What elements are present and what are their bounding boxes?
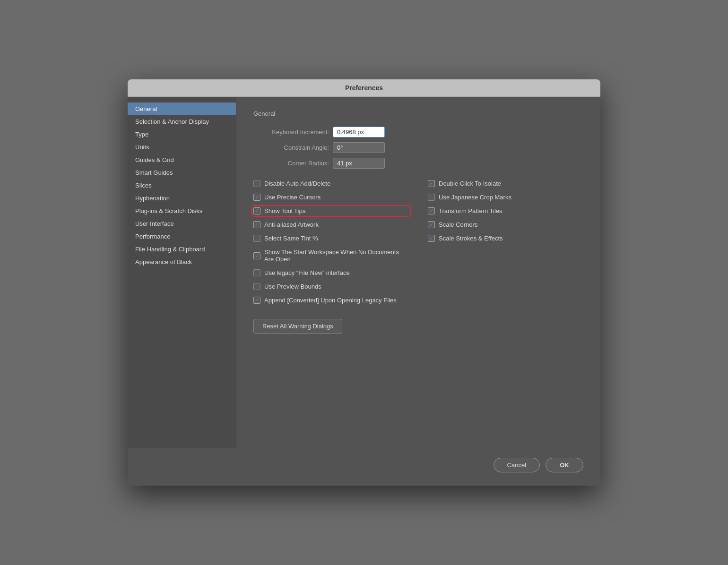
section-title: General	[253, 110, 583, 117]
field-label: Keyboard Increment:	[253, 128, 329, 136]
checkboxes-left: Disable Auto Add/DeleteUse Precise Curso…	[253, 180, 409, 304]
checkbox-row[interactable]: Double Click To Isolate	[428, 180, 583, 187]
dialog-body: GeneralSelection & Anchor DisplayTypeUni…	[128, 97, 600, 448]
sidebar-item-type[interactable]: Type	[128, 128, 236, 141]
checkbox[interactable]	[253, 221, 260, 228]
checkbox-row[interactable]: Show Tool Tips	[253, 207, 409, 214]
checkbox-row[interactable]: Use Precise Cursors	[253, 194, 409, 201]
sidebar-item-selection-anchor-display[interactable]: Selection & Anchor Display	[128, 115, 236, 128]
checkbox-label: Scale Corners	[439, 221, 477, 228]
checkbox-label: Double Click To Isolate	[439, 180, 501, 187]
field-row: Corner Radius:	[253, 158, 583, 169]
preferences-dialog: Preferences GeneralSelection & Anchor Di…	[128, 79, 600, 486]
field-row: Keyboard Increment:	[253, 127, 583, 137]
sidebar-item-smart-guides[interactable]: Smart Guides	[128, 166, 236, 179]
checkbox-row[interactable]: Transform Pattern Tiles	[428, 207, 583, 214]
sidebar-item-plug-ins-scratch-disks[interactable]: Plug-ins & Scratch Disks	[128, 205, 236, 217]
checkbox-row[interactable]: Scale Strokes & Effects	[428, 235, 583, 242]
checkbox-row[interactable]: Use Preview Bounds	[253, 283, 409, 290]
reset-all-warning-dialogs-button[interactable]: Reset All Warning Dialogs	[253, 319, 342, 334]
sidebar-item-general[interactable]: General	[128, 103, 236, 115]
field-input[interactable]	[333, 142, 385, 153]
fields-group: Keyboard Increment:Constrain Angle:Corne…	[253, 127, 583, 169]
checkbox-label: Use Precise Cursors	[264, 194, 321, 201]
checkbox[interactable]	[253, 269, 260, 276]
checkbox[interactable]	[253, 297, 260, 304]
checkbox[interactable]	[253, 252, 260, 259]
checkboxes-area: Disable Auto Add/DeleteUse Precise Curso…	[253, 180, 583, 304]
sidebar-item-performance[interactable]: Performance	[128, 230, 236, 243]
checkbox[interactable]	[428, 221, 435, 228]
checkbox-row[interactable]: Select Same Tint %	[253, 235, 409, 242]
checkbox[interactable]	[253, 180, 260, 187]
sidebar-item-hyphenation[interactable]: Hyphenation	[128, 192, 236, 205]
checkbox-label: Anti-aliased Artwork	[264, 221, 319, 228]
ok-button[interactable]: OK	[546, 458, 583, 472]
checkbox-label: Select Same Tint %	[264, 235, 318, 242]
checkbox-row[interactable]: Append [Converted] Upon Opening Legacy F…	[253, 297, 409, 304]
checkbox[interactable]	[428, 180, 435, 187]
dialog-title: Preferences	[128, 79, 600, 97]
field-input[interactable]	[333, 127, 385, 137]
content-area: General Keyboard Increment:Constrain Ang…	[236, 97, 600, 448]
checkbox-label: Show Tool Tips	[264, 207, 305, 214]
sidebar-item-guides-grid[interactable]: Guides & Grid	[128, 154, 236, 166]
sidebar-item-slices[interactable]: Slices	[128, 179, 236, 192]
field-label: Corner Radius:	[253, 160, 329, 167]
checkbox-row[interactable]: Anti-aliased Artwork	[253, 221, 409, 228]
sidebar-item-units[interactable]: Units	[128, 141, 236, 154]
checkbox-label: Show The Start Workspace When No Documen…	[264, 248, 409, 263]
cancel-button[interactable]: Cancel	[494, 458, 540, 472]
checkbox-row[interactable]: Use Japanese Crop Marks	[428, 194, 583, 201]
reset-button-area: Reset All Warning Dialogs	[253, 304, 583, 334]
sidebar-item-user-interface[interactable]: User Interface	[128, 217, 236, 230]
checkbox-row[interactable]: Scale Corners	[428, 221, 583, 228]
sidebar-item-appearance-of-black[interactable]: Appearance of Black	[128, 256, 236, 268]
checkbox-label: Use legacy “File New” interface	[264, 269, 350, 276]
checkboxes-right: Double Click To IsolateUse Japanese Crop…	[428, 180, 583, 304]
field-row: Constrain Angle:	[253, 142, 583, 153]
checkbox[interactable]	[253, 235, 260, 242]
checkbox[interactable]	[428, 235, 435, 242]
checkbox-label: Scale Strokes & Effects	[439, 235, 503, 242]
checkbox[interactable]	[253, 283, 260, 290]
checkbox[interactable]	[428, 207, 435, 214]
checkbox-row[interactable]: Disable Auto Add/Delete	[253, 180, 409, 187]
checkbox-label: Append [Converted] Upon Opening Legacy F…	[264, 297, 397, 304]
checkbox[interactable]	[253, 207, 260, 214]
sidebar: GeneralSelection & Anchor DisplayTypeUni…	[128, 97, 236, 448]
checkbox[interactable]	[253, 194, 260, 201]
field-input[interactable]	[333, 158, 385, 169]
dialog-footer: Cancel OK	[128, 448, 600, 486]
field-label: Constrain Angle:	[253, 144, 329, 151]
checkbox-label: Use Japanese Crop Marks	[439, 194, 511, 201]
checkbox-row[interactable]: Show The Start Workspace When No Documen…	[253, 248, 409, 263]
checkbox[interactable]	[428, 194, 435, 201]
checkbox-label: Use Preview Bounds	[264, 283, 321, 290]
checkbox-label: Transform Pattern Tiles	[439, 207, 503, 214]
checkbox-label: Disable Auto Add/Delete	[264, 180, 330, 187]
sidebar-item-file-handling-clipboard[interactable]: File Handling & Clipboard	[128, 243, 236, 256]
checkbox-row[interactable]: Use legacy “File New” interface	[253, 269, 409, 276]
